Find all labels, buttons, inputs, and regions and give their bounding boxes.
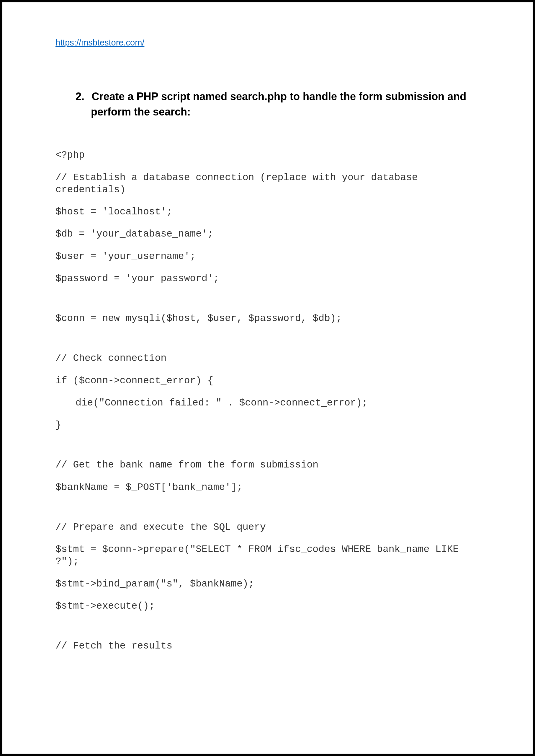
code-line: $bankName = $_POST['bank_name']; xyxy=(55,481,480,494)
code-line: $host = 'localhost'; xyxy=(55,206,480,218)
code-line: $conn = new mysqli($host, $user, $passwo… xyxy=(55,313,480,324)
blank-line xyxy=(55,335,480,352)
blank-line xyxy=(55,622,480,640)
code-line: if ($conn->connect_error) { xyxy=(55,375,480,387)
code-line: $stmt->execute(); xyxy=(55,600,480,612)
code-line: $stmt->bind_param("s", $bankName); xyxy=(55,578,480,590)
heading-line2: perform the search: xyxy=(91,104,480,120)
code-line: // Prepare and execute the SQL query xyxy=(55,521,480,533)
php-code-block: <?php // Establish a database connection… xyxy=(55,149,480,652)
code-line: <?php xyxy=(55,149,480,161)
code-line: } xyxy=(55,419,480,431)
code-line: $stmt = $conn->prepare("SELECT * FROM if… xyxy=(55,543,480,568)
code-line: // Establish a database connection (repl… xyxy=(55,171,480,196)
blank-line xyxy=(55,503,480,521)
code-line: $password = 'your_password'; xyxy=(55,273,480,285)
code-line: $db = 'your_database_name'; xyxy=(55,228,480,240)
section-heading: 2. Create a PHP script named search.php … xyxy=(75,89,480,120)
list-number: 2. xyxy=(75,90,84,103)
heading-line1: Create a PHP script named search.php to … xyxy=(92,90,466,103)
blank-line xyxy=(55,295,480,313)
blank-line xyxy=(55,441,480,459)
code-line: die("Connection failed: " . $conn->conne… xyxy=(55,397,480,409)
code-line: // Fetch the results xyxy=(55,640,480,652)
code-line: $user = 'your_username'; xyxy=(55,251,480,262)
code-line: // Check connection xyxy=(55,352,480,364)
code-line: // Get the bank name from the form submi… xyxy=(55,459,480,471)
header-url-link[interactable]: https://msbtestore.com/ xyxy=(55,38,144,47)
